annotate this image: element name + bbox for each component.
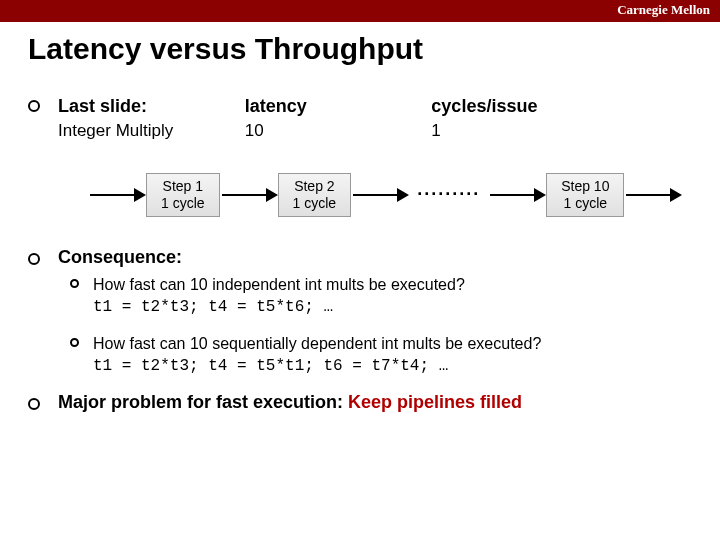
question-1: How fast can 10 independent int mults be…	[93, 274, 465, 319]
step-cycle: 1 cycle	[561, 195, 609, 212]
list-item: How fast can 10 sequentially dependent i…	[70, 333, 692, 378]
arrow-icon	[88, 185, 146, 205]
major-text: Major problem for fast execution:	[58, 392, 348, 412]
consequence-row: Consequence:	[28, 247, 692, 268]
bullet-icon	[28, 100, 40, 112]
slide-content: Latency versus Throughput Last slide: la…	[0, 22, 720, 413]
cell-latency: 10	[245, 119, 432, 143]
major-problem: Major problem for fast execution: Keep p…	[58, 392, 522, 413]
table-header-row: Last slide: latency cycles/issue	[58, 94, 618, 119]
step-cycle: 1 cycle	[293, 195, 337, 212]
q1-text: How fast can 10 independent int mults be…	[93, 276, 465, 293]
sub-bullet-icon	[70, 279, 79, 288]
pipeline-flow: Step 1 1 cycle Step 2 1 cycle ········· …	[88, 173, 692, 217]
cell-cycles: 1	[431, 119, 618, 143]
page-title: Latency versus Throughput	[28, 32, 692, 66]
step-box-1: Step 1 1 cycle	[146, 173, 220, 217]
arrow-icon	[488, 185, 546, 205]
brand-label: Carnegie Mellon	[617, 2, 710, 18]
col-label-cycles: cycles/issue	[431, 94, 618, 119]
major-problem-row: Major problem for fast execution: Keep p…	[28, 392, 692, 413]
bullet-icon	[28, 253, 40, 265]
ellipsis-icon: ·········	[409, 184, 488, 205]
question-2: How fast can 10 sequentially dependent i…	[93, 333, 541, 378]
cell-op: Integer Multiply	[58, 119, 245, 143]
last-slide-row: Last slide: latency cycles/issue Integer…	[28, 94, 692, 143]
q1-code: t1 = t2*t3; t4 = t5*t6; …	[93, 298, 333, 316]
arrow-icon	[351, 185, 409, 205]
q2-code: t1 = t2*t3; t4 = t5*t1; t6 = t7*t4; …	[93, 357, 448, 375]
latency-table: Last slide: latency cycles/issue Integer…	[58, 94, 618, 143]
consequence-label: Consequence:	[58, 247, 182, 268]
step-title: Step 1	[161, 178, 205, 195]
step-box-10: Step 10 1 cycle	[546, 173, 624, 217]
step-title: Step 10	[561, 178, 609, 195]
table-row: Integer Multiply 10 1	[58, 119, 618, 143]
header-bar: Carnegie Mellon	[0, 0, 720, 22]
step-box-2: Step 2 1 cycle	[278, 173, 352, 217]
bullet-icon	[28, 398, 40, 410]
major-emphasis: Keep pipelines filled	[348, 392, 522, 412]
col-label-latency: latency	[245, 94, 432, 119]
sub-bullet-icon	[70, 338, 79, 347]
step-title: Step 2	[293, 178, 337, 195]
q2-text: How fast can 10 sequentially dependent i…	[93, 335, 541, 352]
list-item: How fast can 10 independent int mults be…	[70, 274, 692, 319]
sub-list: How fast can 10 independent int mults be…	[70, 274, 692, 378]
arrow-icon	[624, 185, 682, 205]
col-label-operation: Last slide:	[58, 94, 245, 119]
arrow-icon	[220, 185, 278, 205]
step-cycle: 1 cycle	[161, 195, 205, 212]
